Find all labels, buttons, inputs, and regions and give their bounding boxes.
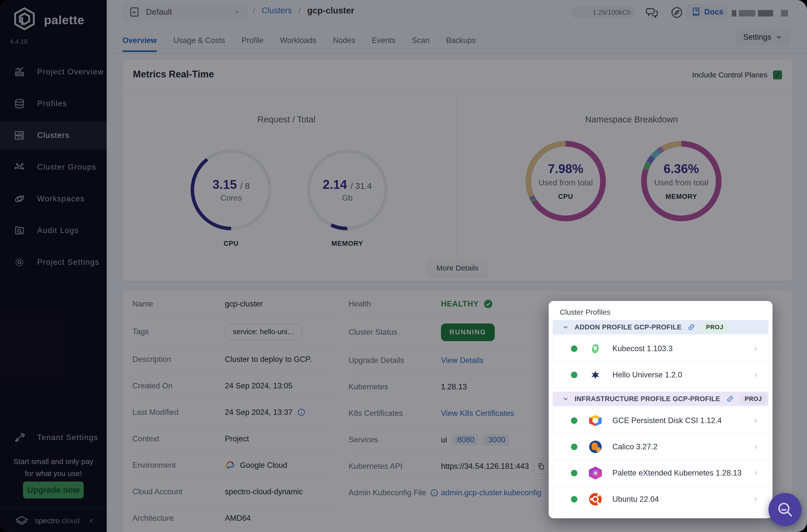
profile-pack-row-hello-universe[interactable]: Hello Universe 1.2.0: [553, 362, 769, 388]
ubuntu-logo-icon: [589, 493, 602, 506]
assistant-search-fab[interactable]: [769, 493, 802, 526]
chevron-right-icon: [752, 345, 759, 352]
magnifier-smile-icon: [776, 500, 794, 518]
profile-pack-row-calico[interactable]: Calico 3.27.2: [553, 434, 769, 460]
link-icon: [687, 323, 696, 331]
proj-scope-badge: PROJ: [740, 393, 767, 404]
chevron-down-icon: [562, 324, 569, 331]
profile-pack-row-ubuntu[interactable]: Ubuntu 22.04: [553, 487, 769, 512]
kubecost-logo-icon: [589, 342, 602, 355]
gce-disk-logo-icon: [589, 414, 602, 427]
app-window: palette 4.4.19 Project Overview Profiles…: [0, 0, 807, 532]
pack-status-dot: [571, 417, 577, 424]
profile-pack-row-gce-csi[interactable]: GCE Persistent Disk CSI 1.12.4: [553, 408, 769, 433]
chevron-right-icon: [752, 372, 759, 378]
pack-status-dot: [571, 443, 577, 450]
pack-status-dot: [571, 496, 577, 502]
cluster-profiles-panel: Cluster Profiles ADDON PROFILE GCP-PROFI…: [549, 301, 772, 518]
chevron-right-icon: [752, 470, 759, 476]
profile-pack-row-kubecost[interactable]: Kubecost 1.103.3: [553, 336, 769, 361]
chevron-down-icon: [562, 395, 569, 402]
cluster-profiles-title: Cluster Profiles: [560, 308, 611, 317]
addon-profile-section-header[interactable]: ADDON PROFILE GCP-PROFILE PROJ: [553, 320, 769, 335]
infrastructure-profile-section-header[interactable]: INFRASTRUCTURE PROFILE GCP-PROFILE PROJ: [553, 392, 769, 406]
pack-status-dot: [571, 345, 577, 352]
chevron-right-icon: [752, 417, 759, 424]
hello-universe-logo-icon: [589, 368, 602, 381]
profile-pack-row-pxk[interactable]: ✳ Palette eXtended Kubernetes 1.28.13: [553, 460, 769, 486]
pack-status-dot: [571, 372, 577, 378]
proj-scope-badge: PROJ: [701, 322, 728, 333]
chevron-right-icon: [752, 443, 759, 450]
pack-status-dot: [571, 470, 577, 476]
chevron-right-icon: [752, 496, 759, 502]
link-icon: [726, 395, 734, 403]
palette-k8s-logo-icon: ✳: [589, 467, 602, 479]
calico-logo-icon: [589, 440, 602, 453]
